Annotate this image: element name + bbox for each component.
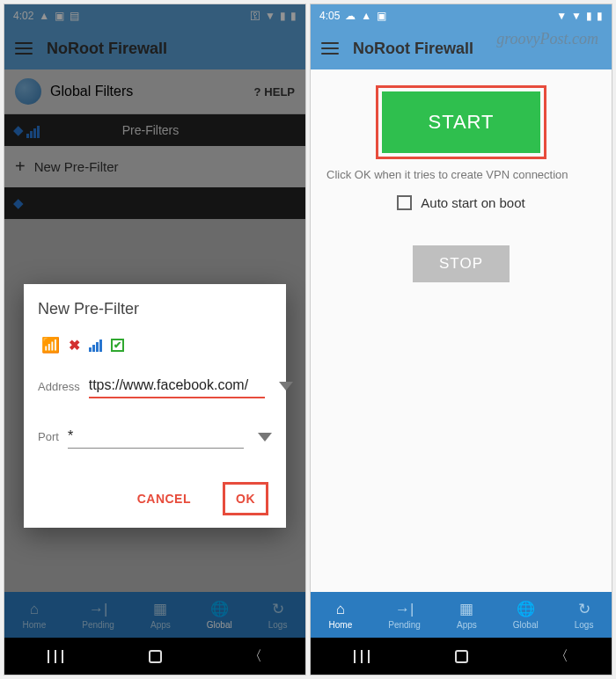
chevron-down-icon[interactable] bbox=[279, 382, 293, 391]
bottom-nav: ⌂Home →|Pending ▦Apps 🌐Global ↻Logs bbox=[4, 592, 305, 638]
port-label: Port bbox=[38, 430, 59, 443]
new-prefilter-label: New Pre-Filter bbox=[34, 159, 119, 174]
screenshot-left: 4:02 ▲ ▣ ▤ ⚿ ▼ ▮ ▮ NoRoot Firewall Globa… bbox=[4, 4, 306, 675]
help-label: HELP bbox=[264, 85, 295, 99]
auto-start-checkbox[interactable] bbox=[397, 195, 412, 210]
signal-icon: ▮ bbox=[280, 10, 286, 22]
plus-icon: + bbox=[15, 157, 26, 177]
hint-text: Click OK when it tries to create VPN con… bbox=[326, 168, 596, 181]
nav-pending[interactable]: →|Pending bbox=[388, 601, 421, 630]
ok-button[interactable]: OK bbox=[225, 485, 266, 513]
flame-icon: ▲ bbox=[39, 10, 49, 22]
port-field-row: Port bbox=[38, 425, 272, 449]
system-nav: 〈 bbox=[4, 638, 305, 675]
tabs-row: ◆ Pre-Filters bbox=[4, 114, 305, 146]
recent-apps-button[interactable] bbox=[354, 650, 370, 663]
global-filters-label: Global Filters bbox=[50, 84, 133, 99]
address-label: Address bbox=[38, 380, 80, 393]
tab-prefilters[interactable]: Pre-Filters bbox=[48, 123, 253, 137]
signal-icon: ▮ bbox=[586, 10, 592, 22]
image-icon: ▣ bbox=[377, 10, 386, 22]
recent-apps-button[interactable] bbox=[48, 650, 63, 663]
system-nav: 〈 bbox=[311, 638, 612, 675]
apps-icon: ▦ bbox=[153, 600, 167, 618]
cancel-button[interactable]: CANCEL bbox=[127, 482, 202, 515]
nav-logs[interactable]: ↻Logs bbox=[268, 600, 288, 630]
status-time: 4:05 bbox=[319, 10, 340, 22]
check-icon[interactable]: ✔ bbox=[111, 339, 124, 352]
address-input[interactable] bbox=[89, 374, 265, 397]
new-prefilter-button[interactable]: + New Pre-Filter bbox=[4, 146, 305, 187]
global-icon: 🌐 bbox=[517, 600, 535, 618]
home-button[interactable] bbox=[455, 650, 468, 663]
auto-start-label: Auto start on boot bbox=[421, 195, 524, 210]
screenshot-right: 4:05 ☁ ▲ ▣ ▼ ▼ ▮ ▮ NoRoot Firewall START… bbox=[310, 4, 612, 675]
wifi-icon: ◆ bbox=[13, 122, 24, 138]
image-icon-2: ▤ bbox=[70, 10, 79, 22]
help-button[interactable]: ? HELP bbox=[253, 85, 295, 99]
stop-button[interactable]: STOP bbox=[413, 245, 510, 282]
app-bar: NoRoot Firewall bbox=[311, 27, 612, 69]
cloud-icon: ☁ bbox=[345, 10, 356, 22]
key-icon: ⚿ bbox=[250, 10, 260, 22]
apps-icon: ▦ bbox=[459, 600, 473, 618]
global-icon: 🌐 bbox=[210, 600, 229, 618]
dialog-actions: CANCEL OK bbox=[38, 475, 272, 519]
wifi-icon: ▼ bbox=[556, 10, 567, 22]
back-button[interactable]: 〈 bbox=[248, 647, 262, 666]
nav-apps[interactable]: ▦Apps bbox=[457, 600, 477, 630]
content-area: Global Filters ? HELP ◆ Pre-Filters + Ne… bbox=[4, 69, 305, 592]
status-bar: 4:05 ☁ ▲ ▣ ▼ ▼ ▮ ▮ bbox=[311, 4, 612, 27]
wifi-icon-2: ▼ bbox=[571, 10, 582, 22]
home-icon: ⌂ bbox=[30, 601, 39, 618]
back-button[interactable]: 〈 bbox=[554, 647, 568, 666]
app-title: NoRoot Firewall bbox=[47, 40, 167, 58]
nav-logs[interactable]: ↻Logs bbox=[575, 600, 594, 630]
menu-icon[interactable] bbox=[15, 42, 33, 55]
menu-icon[interactable] bbox=[321, 42, 339, 55]
pending-icon: →| bbox=[395, 601, 414, 618]
status-time: 4:02 bbox=[13, 10, 33, 22]
help-icon: ? bbox=[253, 85, 260, 99]
new-prefilter-dialog: New Pre-Filter 📶 ✖ ✔ Address Port bbox=[24, 284, 286, 528]
start-highlight-box: START bbox=[376, 85, 546, 159]
filter-item-row[interactable]: ◆ bbox=[4, 187, 305, 219]
logs-icon: ↻ bbox=[578, 600, 590, 618]
start-button[interactable]: START bbox=[382, 91, 540, 153]
pending-icon: →| bbox=[89, 601, 107, 618]
nav-pending[interactable]: →|Pending bbox=[82, 601, 114, 630]
bottom-nav: ⌂Home →|Pending ▦Apps 🌐Global ↻Logs bbox=[311, 592, 612, 638]
auto-start-row[interactable]: Auto start on boot bbox=[326, 195, 596, 210]
dialog-title: New Pre-Filter bbox=[38, 300, 272, 318]
logs-icon: ↻ bbox=[272, 600, 284, 618]
app-title: NoRoot Firewall bbox=[353, 40, 473, 58]
toggle-icons-row: 📶 ✖ ✔ bbox=[38, 336, 272, 354]
nav-global[interactable]: 🌐Global bbox=[513, 600, 539, 630]
home-button[interactable] bbox=[149, 650, 162, 663]
content-area: START Click OK when it tries to create V… bbox=[311, 69, 612, 592]
wifi-icon[interactable]: 📶 bbox=[41, 336, 60, 354]
home-icon: ⌂ bbox=[336, 601, 345, 618]
battery-icon: ▮ bbox=[597, 10, 603, 22]
port-input[interactable] bbox=[68, 425, 244, 448]
chevron-down-icon[interactable] bbox=[258, 433, 272, 442]
battery-icon: ▮ bbox=[290, 10, 297, 22]
nav-home[interactable]: ⌂Home bbox=[329, 601, 353, 630]
wifi-icon: ◆ bbox=[13, 195, 24, 211]
nav-global[interactable]: 🌐Global bbox=[207, 600, 232, 630]
x-icon[interactable]: ✖ bbox=[69, 337, 80, 354]
app-bar: NoRoot Firewall bbox=[4, 27, 305, 69]
wifi-icon: ▼ bbox=[265, 10, 275, 22]
flame-icon: ▲ bbox=[361, 10, 371, 22]
nav-home[interactable]: ⌂Home bbox=[23, 601, 47, 630]
image-icon: ▣ bbox=[55, 10, 64, 22]
wifi-signal-indicator: ◆ bbox=[4, 122, 48, 138]
address-field-row: Address bbox=[38, 374, 272, 398]
globe-icon bbox=[15, 78, 41, 105]
signal-icon[interactable] bbox=[89, 340, 102, 352]
nav-apps[interactable]: ▦Apps bbox=[150, 600, 171, 630]
global-filters-row[interactable]: Global Filters ? HELP bbox=[4, 69, 305, 114]
ok-highlight-box: OK bbox=[223, 482, 268, 515]
status-bar: 4:02 ▲ ▣ ▤ ⚿ ▼ ▮ ▮ bbox=[4, 4, 305, 27]
